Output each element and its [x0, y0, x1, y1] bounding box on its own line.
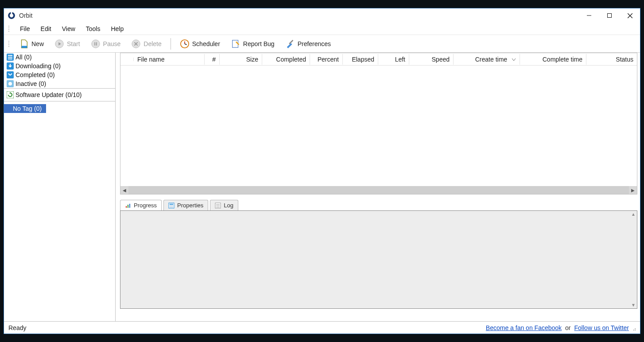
preferences-button[interactable]: Preferences	[281, 37, 335, 51]
updater-icon	[7, 91, 14, 98]
vertical-scrollbar[interactable]: ▲ ▼	[630, 211, 637, 308]
scroll-down-icon[interactable]: ▼	[631, 303, 636, 307]
sidebar-item-all[interactable]: All (0)	[4, 53, 115, 62]
report-icon	[231, 39, 241, 49]
menu-help[interactable]: Help	[105, 23, 129, 34]
menu-view[interactable]: View	[57, 23, 81, 34]
column-complete-time[interactable]: Complete time	[520, 54, 586, 65]
facebook-link[interactable]: Become a fan on Facebook	[486, 324, 562, 331]
scroll-up-icon[interactable]: ▲	[631, 212, 636, 217]
detail-panel: ▲ ▼	[120, 210, 637, 309]
sidebar-item-completed[interactable]: Completed (0)	[4, 70, 115, 79]
sidebar-item-label: Completed (0)	[16, 71, 55, 78]
log-icon	[215, 202, 221, 209]
scheduler-button[interactable]: Scheduler	[175, 37, 225, 51]
tab-properties[interactable]: Properties	[163, 200, 208, 210]
report-bug-button[interactable]: Report Bug	[226, 37, 279, 51]
download-list: File name # Size Completed Percent Elaps…	[120, 53, 637, 194]
new-file-icon	[19, 39, 29, 49]
pause-icon	[91, 39, 101, 49]
preferences-button-label: Preferences	[298, 40, 331, 47]
sidebar-item-software-updater[interactable]: Software Updater (0/10)	[4, 90, 115, 99]
properties-icon	[168, 202, 175, 209]
svg-rect-17	[232, 40, 238, 47]
svg-rect-32	[170, 206, 173, 206]
download-arrow-icon	[7, 62, 14, 70]
pause-button-label: Pause	[103, 40, 121, 47]
start-button[interactable]: Start	[50, 37, 85, 51]
content-area: All (0) Downloading (0) Completed (0) In…	[4, 53, 640, 321]
svg-rect-10	[96, 42, 97, 45]
list-body-empty[interactable]	[120, 66, 637, 186]
column-elapsed[interactable]: Elapsed	[343, 54, 378, 65]
sort-desc-icon	[512, 56, 516, 63]
tab-properties-label: Properties	[177, 202, 203, 209]
delete-button[interactable]: Delete	[127, 37, 166, 51]
chart-icon	[125, 202, 131, 209]
column-icon[interactable]	[120, 58, 134, 61]
toolbar-grip[interactable]	[8, 41, 11, 47]
sidebar-item-inactive[interactable]: Inactive (0)	[4, 79, 115, 88]
scroll-right-icon[interactable]: ▶	[629, 186, 637, 194]
column-create-time[interactable]: Create time	[454, 54, 520, 65]
maximize-button[interactable]	[599, 8, 620, 23]
column-num[interactable]: #	[205, 54, 220, 65]
svg-rect-37	[216, 207, 220, 207]
menu-file[interactable]: File	[15, 23, 35, 34]
tab-log-label: Log	[224, 202, 233, 209]
delete-button-label: Delete	[144, 40, 161, 47]
svg-rect-29	[129, 204, 130, 208]
horizontal-scrollbar[interactable]: ◀ ▶	[120, 186, 637, 194]
close-button[interactable]	[620, 8, 640, 23]
toolbar: New Start Pause Delete Scheduler Report …	[4, 35, 640, 53]
toolbar-separator	[171, 38, 171, 50]
column-create-time-label: Create time	[475, 56, 507, 63]
report-bug-button-label: Report Bug	[243, 40, 275, 47]
scroll-left-icon[interactable]: ◀	[120, 186, 128, 194]
svg-rect-36	[216, 206, 220, 206]
column-left[interactable]: Left	[378, 54, 409, 65]
play-icon	[54, 39, 64, 49]
status-bar: Ready Become a fan on Facebook or Follow…	[4, 321, 640, 334]
sidebar-item-no-tag[interactable]: No Tag (0)	[4, 104, 46, 113]
menu-edit[interactable]: Edit	[35, 23, 57, 34]
minimize-button[interactable]	[579, 8, 599, 23]
sidebar-item-downloading[interactable]: Downloading (0)	[4, 62, 115, 70]
tab-log[interactable]: Log	[210, 200, 238, 210]
new-button-label: New	[31, 40, 44, 47]
main-area: File name # Size Completed Percent Elaps…	[116, 53, 640, 321]
menu-tools[interactable]: Tools	[81, 23, 106, 34]
sidebar-item-label: Software Updater (0/10)	[16, 91, 81, 98]
clock-icon	[180, 39, 190, 49]
column-filename[interactable]: File name	[134, 54, 205, 65]
pause-button[interactable]: Pause	[86, 37, 125, 51]
tab-progress[interactable]: Progress	[120, 200, 162, 210]
twitter-link[interactable]: Follow us on Twitter	[574, 324, 629, 331]
delete-icon	[131, 39, 141, 49]
column-size[interactable]: Size	[220, 54, 262, 65]
column-percent[interactable]: Percent	[310, 54, 343, 65]
menubar-grip[interactable]	[8, 26, 11, 32]
column-speed[interactable]: Speed	[409, 54, 454, 65]
svg-point-25	[8, 82, 12, 86]
svg-rect-19	[8, 55, 12, 56]
sidebar-item-label: Inactive (0)	[16, 80, 46, 87]
completed-icon	[7, 71, 14, 78]
status-or-text: or	[565, 324, 570, 331]
resize-grip-icon[interactable]: ⣠	[632, 325, 636, 331]
svg-rect-33	[170, 207, 173, 207]
inactive-icon	[7, 80, 14, 87]
svg-rect-27	[126, 206, 127, 208]
status-text: Ready	[8, 324, 26, 331]
sidebar-item-label: Downloading (0)	[16, 62, 61, 70]
sidebar: All (0) Downloading (0) Completed (0) In…	[4, 53, 116, 321]
scroll-track[interactable]	[128, 186, 629, 194]
tools-icon	[285, 39, 295, 49]
list-icon	[7, 54, 14, 61]
new-button[interactable]: New	[15, 37, 48, 51]
tab-progress-label: Progress	[134, 202, 157, 209]
column-status[interactable]: Status	[586, 54, 637, 65]
titlebar[interactable]: Orbit	[4, 8, 640, 23]
column-completed[interactable]: Completed	[262, 54, 310, 65]
sidebar-group-status: All (0) Downloading (0) Completed (0) In…	[4, 53, 115, 88]
